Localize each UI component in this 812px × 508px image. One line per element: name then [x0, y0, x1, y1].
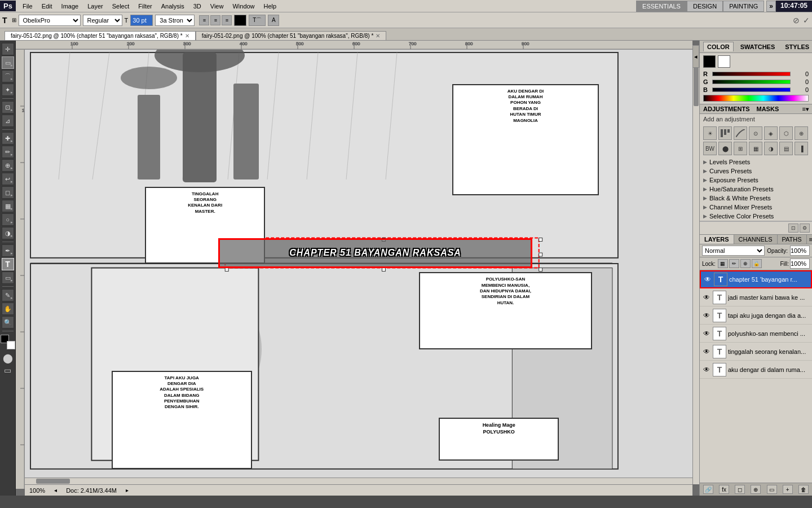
gradient-tool[interactable]: ▦▸ [2, 200, 14, 212]
menu-image[interactable]: Image [57, 2, 83, 11]
lock-image-btn[interactable]: ✏ [729, 259, 739, 268]
status-nav-next[interactable]: ▸ [126, 487, 129, 493]
adjustments-collapse[interactable]: ▾ [806, 106, 809, 112]
preset-row-levels[interactable]: ▶ Levels Presets [700, 157, 812, 167]
healing-brush-tool[interactable]: ✚▸ [2, 132, 14, 144]
masks-tab[interactable]: MASKS [757, 106, 779, 112]
adjustments-tab[interactable]: ADJUSTMENTS [703, 106, 750, 112]
layer-delete-btn[interactable]: 🗑 [798, 485, 809, 494]
curves-adj-icon[interactable] [734, 126, 747, 140]
invert-adj-icon[interactable]: ◑ [764, 142, 778, 155]
preset-row-channelmixer[interactable]: ▶ Channel Mixer Presets [700, 203, 812, 212]
layer-row-1[interactable]: 👁 T chapter 51 'bayangan r... [700, 270, 812, 288]
antialiasing-select[interactable]: 3a Strong [155, 15, 195, 26]
workspace-essentials[interactable]: ESSENTIALS [636, 1, 687, 12]
layer-row-5[interactable]: 👁 T tinggalah seorang kenalan... [700, 343, 812, 361]
layer-fx-btn[interactable]: fx [719, 485, 729, 494]
crop-tool[interactable]: ⊡▸ [2, 101, 14, 113]
font-style-select[interactable]: Regular [83, 15, 122, 26]
layer-visibility-2[interactable]: 👁 [702, 293, 711, 302]
align-center-btn[interactable]: ≡ [210, 15, 220, 25]
document-tab-1[interactable]: fairy-051-02.png @ 100% (chapter 51 "bay… [5, 31, 196, 40]
clone-stamp-tool[interactable]: ⊕▸ [2, 159, 14, 172]
blur-tool[interactable]: ○▸ [2, 213, 14, 226]
selection-tool[interactable]: ▭▸ [2, 56, 14, 69]
expand-workspaces[interactable]: » [766, 1, 776, 12]
colorlookup-adj-icon[interactable]: ▦ [749, 142, 762, 155]
layer-row-4[interactable]: 👁 T polyushko-san membenci ... [700, 325, 812, 343]
layer-visibility-1[interactable]: 👁 [703, 275, 712, 284]
layer-mask-btn[interactable]: ◻ [735, 485, 745, 494]
canvas-content[interactable]: AKU DENGAR DIDALAM RUMAHPOHON YANGBERADA… [25, 50, 692, 478]
hand-tool[interactable]: ✋ [2, 303, 14, 315]
move-tool[interactable]: ✛ [2, 43, 14, 55]
colorbalance-adj-icon[interactable]: ⊕ [795, 126, 808, 140]
menu-select[interactable]: Select [108, 2, 134, 11]
text-color-swatch[interactable] [234, 15, 246, 26]
notes-tool[interactable]: ✎▸ [2, 289, 14, 301]
channel-b-slider[interactable] [712, 87, 791, 92]
magic-wand-tool[interactable]: ✦▸ [2, 84, 14, 96]
menu-analysis[interactable]: Analysis [157, 2, 189, 11]
blend-mode-select[interactable]: Normal [702, 246, 765, 256]
layer-group-btn[interactable]: ▭ [767, 485, 777, 494]
layers-panel-menu[interactable]: ≡ [807, 235, 812, 244]
background-swatch[interactable] [718, 55, 730, 68]
huesat-adj-icon[interactable]: ⬡ [779, 126, 793, 140]
dodge-tool[interactable]: ◑▸ [2, 227, 14, 239]
history-brush-tool[interactable]: ↩▸ [2, 173, 14, 185]
lasso-tool[interactable]: ⌒▸ [2, 70, 14, 82]
lock-transparent-btn[interactable]: ▦ [718, 259, 728, 268]
layer-row-2[interactable]: 👁 T jadi master kami bawa ke ... [700, 288, 812, 306]
zoom-tool[interactable]: 🔍 [2, 316, 14, 329]
character-panel-btn[interactable]: A [268, 15, 279, 26]
tab-layers[interactable]: LAYERS [700, 235, 734, 244]
vertical-scrollbar[interactable] [692, 50, 699, 484]
menu-view[interactable]: View [206, 2, 228, 11]
layer-row-6[interactable]: 👁 T aku dengar di dalam ruma... [700, 361, 812, 379]
menu-edit[interactable]: Edit [37, 2, 57, 11]
foreground-swatch[interactable] [703, 55, 716, 68]
confirm-transform-btn[interactable]: ✓ [803, 16, 810, 25]
adj-settings-icon[interactable]: ⚙ [800, 224, 810, 233]
layer-visibility-3[interactable]: 👁 [702, 311, 711, 320]
tab-paths[interactable]: PATHS [778, 235, 807, 244]
menu-3d[interactable]: 3D [189, 2, 206, 11]
brush-tool[interactable]: ✏▸ [2, 146, 14, 158]
channel-r-slider[interactable] [712, 72, 791, 76]
menu-filter[interactable]: Filter [134, 2, 156, 11]
layer-link-btn[interactable]: 🔗 [703, 485, 713, 494]
menu-file[interactable]: File [18, 2, 37, 11]
menu-layer[interactable]: Layer [83, 2, 108, 11]
preset-row-bw[interactable]: ▶ Black & White Presets [700, 194, 812, 203]
font-family-select[interactable]: ObelixPro [19, 15, 81, 26]
warp-text-btn[interactable]: T⌒ [249, 15, 266, 26]
lock-all-btn[interactable]: 🔒 [752, 259, 762, 268]
tab-swatches[interactable]: SWATCHES [737, 42, 779, 51]
posterize-adj-icon[interactable]: ▤ [779, 142, 793, 155]
layer-visibility-4[interactable]: 👁 [702, 329, 711, 338]
status-nav-prev[interactable]: ◂ [54, 487, 57, 493]
fill-input[interactable] [790, 259, 810, 269]
menu-window[interactable]: Window [228, 2, 259, 11]
photofilter-adj-icon[interactable]: ⬤ [718, 142, 732, 155]
preset-row-curves[interactable]: ▶ Curves Presets [700, 167, 812, 176]
vertical-scroll-thumb[interactable] [694, 61, 699, 106]
quick-mask-btn[interactable]: ⬤ [3, 353, 13, 364]
collapse-panel-btn[interactable]: ◂ [692, 45, 699, 68]
align-left-btn[interactable]: ≡ [199, 15, 209, 25]
channelmixer-adj-icon[interactable]: ⊞ [734, 142, 747, 155]
color-spectrum[interactable] [703, 95, 809, 102]
threshold-adj-icon[interactable]: ▐ [795, 142, 808, 155]
menu-help[interactable]: Help [259, 2, 281, 11]
background-color[interactable] [7, 341, 15, 349]
preset-row-exposure[interactable]: ▶ Exposure Presets [700, 176, 812, 185]
brightness-adj-icon[interactable]: ☀ [703, 126, 717, 140]
channel-g-slider[interactable] [712, 80, 791, 84]
tab-close-1[interactable]: ✕ [185, 33, 189, 39]
layer-row-3[interactable]: 👁 T tapi aku juga dengan dia a... [700, 306, 812, 325]
preset-row-huesat[interactable]: ▶ Hue/Saturation Presets [700, 185, 812, 194]
levels-adj-icon[interactable] [718, 126, 732, 140]
layer-visibility-5[interactable]: 👁 [702, 347, 711, 356]
layer-visibility-6[interactable]: 👁 [702, 365, 711, 374]
